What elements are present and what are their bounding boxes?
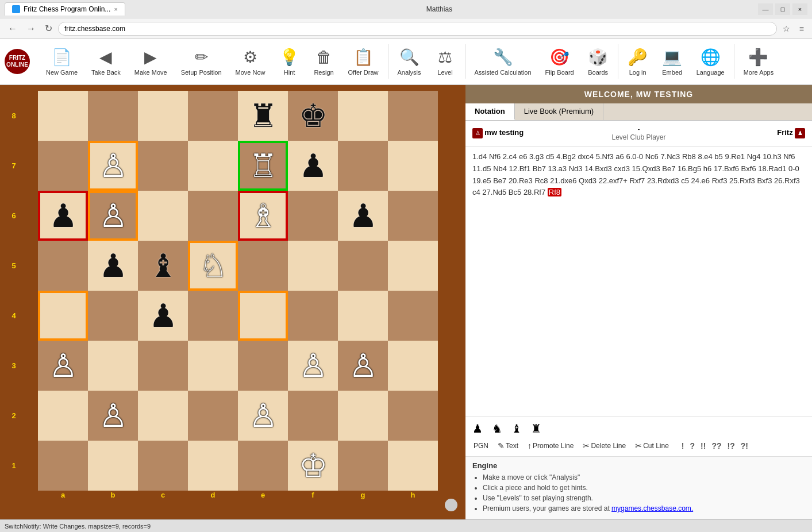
square-e8[interactable]: ♜ (238, 91, 288, 141)
toolbar-setup-position[interactable]: ✏ Setup Position (174, 44, 229, 79)
square-b8[interactable] (88, 91, 138, 141)
toolbar-new-game[interactable]: 📄 New Game (39, 44, 84, 79)
ann-interesting[interactable]: !? (725, 441, 737, 451)
square-h6[interactable] (388, 191, 438, 241)
square-f4[interactable] (288, 291, 338, 341)
piece-rook[interactable]: ♜ (529, 421, 544, 437)
square-e2[interactable]: ♙ (238, 391, 288, 441)
chess-board[interactable]: ♜♚♙♖♟♟♙♗♟♟♝♘♟♙♙♙♙♙♔ (38, 91, 438, 491)
piece-f8[interactable]: ♚ (299, 100, 328, 132)
square-h2[interactable] (388, 391, 438, 441)
square-c7[interactable] (138, 141, 188, 191)
piece-pawn[interactable]: ♟ (470, 421, 485, 437)
piece-bishop[interactable]: ♝ (509, 421, 524, 437)
square-b7[interactable]: ♙ (88, 141, 138, 191)
square-a7[interactable] (38, 141, 88, 191)
tab-live-book[interactable]: Live Book (Premium) (515, 103, 603, 120)
square-d2[interactable] (188, 391, 238, 441)
square-g6[interactable]: ♟ (338, 191, 388, 241)
toolbar-language[interactable]: 🌐 Language (690, 44, 732, 79)
square-e7[interactable]: ♖ (238, 141, 288, 191)
square-g8[interactable] (338, 91, 388, 141)
square-f6[interactable] (288, 191, 338, 241)
back-btn[interactable]: ← (5, 21, 21, 36)
toolbar-resign[interactable]: 🗑 Resign (307, 44, 341, 79)
app-logo[interactable]: FRITZONLINE (5, 49, 30, 74)
toolbar-make-move[interactable]: ▶ Make Move (128, 44, 174, 79)
square-c8[interactable] (138, 91, 188, 141)
piece-c4[interactable]: ♟ (149, 300, 178, 332)
square-f2[interactable] (288, 391, 338, 441)
square-c3[interactable] (138, 341, 188, 391)
square-b2[interactable]: ♙ (88, 391, 138, 441)
piece-e6[interactable]: ♗ (249, 200, 278, 232)
piece-b6[interactable]: ♙ (99, 200, 128, 232)
square-h1[interactable] (388, 441, 438, 491)
square-c4[interactable]: ♟ (138, 291, 188, 341)
toolbar-take-back[interactable]: ◀ Take Back (84, 44, 128, 79)
square-c5[interactable]: ♝ (138, 241, 188, 291)
square-a1[interactable] (38, 441, 88, 491)
square-c1[interactable] (138, 441, 188, 491)
piece-e2[interactable]: ♙ (249, 400, 278, 432)
piece-b7[interactable]: ♙ (99, 150, 128, 182)
cut-line-btn[interactable]: ✂ Cut Line (632, 440, 672, 452)
ann-brilliant[interactable]: !! (698, 441, 708, 451)
toolbar-level[interactable]: ⚖ Level (428, 44, 463, 79)
piece-f3[interactable]: ♙ (299, 350, 328, 382)
piece-c5[interactable]: ♝ (149, 250, 178, 282)
toolbar-log-in[interactable]: 🔑 Log in (621, 44, 655, 79)
square-h8[interactable] (388, 91, 438, 141)
promote-line-btn[interactable]: ↑ Promote Line (524, 440, 577, 452)
square-h5[interactable] (388, 241, 438, 291)
square-a8[interactable] (38, 91, 88, 141)
square-f5[interactable] (288, 241, 338, 291)
piece-e8[interactable]: ♜ (249, 100, 278, 132)
square-a3[interactable]: ♙ (38, 341, 88, 391)
forward-btn[interactable]: → (23, 21, 39, 36)
square-g2[interactable] (338, 391, 388, 441)
square-c6[interactable] (138, 191, 188, 241)
refresh-btn[interactable]: ↻ (41, 21, 56, 36)
square-a5[interactable] (38, 241, 88, 291)
piece-d5[interactable]: ♘ (199, 250, 228, 282)
toolbar-analysis[interactable]: 🔍 Analysis (391, 44, 428, 79)
square-g3[interactable]: ♙ (338, 341, 388, 391)
maximize-btn[interactable]: □ (775, 3, 790, 15)
square-g4[interactable] (338, 291, 388, 341)
toolbar-flip-board[interactable]: 🎯 Flip Board (538, 44, 581, 79)
toolbar-hint[interactable]: 💡 Hint (272, 44, 307, 79)
toolbar-move-now[interactable]: ⚙ Move Now (229, 44, 272, 79)
ann-mistake[interactable]: ? (688, 441, 698, 451)
square-a2[interactable] (38, 391, 88, 441)
square-b3[interactable] (88, 341, 138, 391)
square-d5[interactable]: ♘ (188, 241, 238, 291)
engine-link[interactable]: mygames.chessbase.com. (611, 504, 693, 512)
square-h7[interactable] (388, 141, 438, 191)
bookmark-btn[interactable]: ☆ (779, 23, 794, 34)
piece-a3[interactable]: ♙ (49, 350, 78, 382)
square-b1[interactable] (88, 441, 138, 491)
square-e6[interactable]: ♗ (238, 191, 288, 241)
square-e3[interactable] (238, 341, 288, 391)
piece-f1[interactable]: ♔ (299, 450, 328, 482)
piece-b5[interactable]: ♟ (99, 250, 128, 282)
toolbar-embed[interactable]: 💻 Embed (655, 44, 690, 79)
square-b4[interactable] (88, 291, 138, 341)
piece-g3[interactable]: ♙ (349, 350, 378, 382)
square-b5[interactable]: ♟ (88, 241, 138, 291)
square-h4[interactable] (388, 291, 438, 341)
square-f8[interactable]: ♚ (288, 91, 338, 141)
square-d1[interactable] (188, 441, 238, 491)
ann-dubious[interactable]: ?! (738, 441, 751, 451)
ann-blunder[interactable]: ?? (709, 441, 724, 451)
square-d3[interactable] (188, 341, 238, 391)
square-f1[interactable]: ♔ (288, 441, 338, 491)
pgn-btn[interactable]: PGN (470, 441, 492, 451)
square-d8[interactable] (188, 91, 238, 141)
menu-btn[interactable]: ≡ (796, 23, 807, 34)
toolbar-offer-draw[interactable]: 📋 Offer Draw (341, 44, 386, 79)
delete-line-btn[interactable]: ✂ Delete Line (579, 440, 629, 452)
toolbar-more-apps[interactable]: ➕ More Apps (737, 44, 781, 79)
square-h3[interactable] (388, 341, 438, 391)
